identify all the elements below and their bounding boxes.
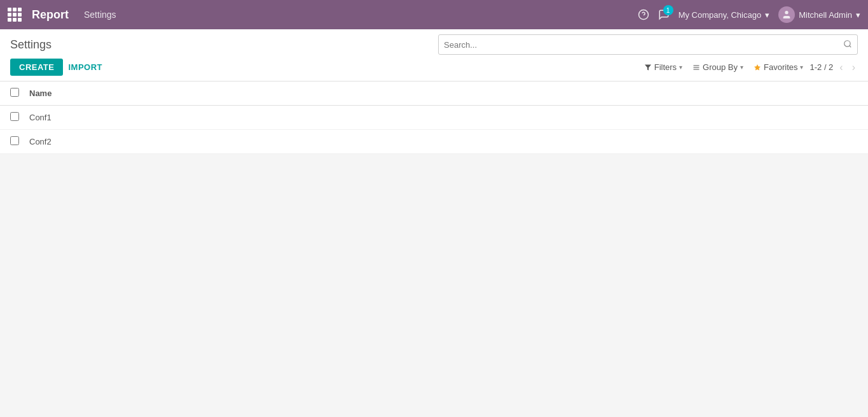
pagination: 1-2 / 2 ‹ › (809, 60, 858, 74)
favorites-label: Favorites (764, 62, 797, 72)
help-icon[interactable] (638, 9, 649, 20)
pagination-text: 1-2 / 2 (809, 62, 833, 72)
apps-icon[interactable] (8, 8, 22, 22)
pagination-prev[interactable]: ‹ (837, 60, 845, 74)
company-dropdown-arrow: ▾ (765, 10, 769, 20)
navbar-right: 1 My Company, Chicago ▾ Mitchell Admin ▾ (638, 6, 860, 23)
app-title: Report (32, 8, 69, 22)
filter-bar: Filters ▾ Group By ▾ Favorites ▾ (640, 60, 858, 74)
import-button[interactable]: IMPORT (68, 62, 102, 72)
groupby-label: Group By (703, 62, 738, 72)
row-checkbox-col (10, 136, 29, 147)
search-bar (438, 34, 858, 55)
table: Name Conf1 Conf2 (0, 81, 868, 154)
svg-point-2 (785, 11, 789, 14)
user-name: Mitchell Admin (799, 10, 852, 20)
row-1-checkbox[interactable] (10, 112, 19, 121)
sub-header: Settings CREATE IMPORT Filters ▾ (0, 29, 868, 81)
navbar-left: Report Settings (8, 7, 638, 22)
select-all-checkbox[interactable] (10, 88, 19, 97)
user-dropdown-arrow: ▾ (856, 10, 860, 20)
messages-icon[interactable]: 1 (658, 9, 670, 20)
pagination-next[interactable]: › (850, 60, 858, 74)
groupby-button[interactable]: Group By ▾ (689, 60, 747, 74)
row-2-name: Conf2 (29, 137, 858, 146)
filters-button[interactable]: Filters ▾ (640, 60, 686, 74)
row-checkbox-col (10, 112, 29, 123)
user-menu[interactable]: Mitchell Admin ▾ (778, 6, 860, 23)
search-icon[interactable] (843, 39, 852, 50)
notification-badge: 1 (663, 5, 673, 15)
svg-line-4 (850, 45, 851, 47)
empty-content-area (0, 154, 868, 417)
table-header: Name (0, 81, 868, 106)
action-row: CREATE IMPORT Filters ▾ Group By ▾ (10, 59, 858, 76)
svg-marker-5 (645, 64, 651, 70)
name-column-header: Name (29, 88, 858, 98)
header-checkbox-col (10, 88, 29, 99)
groupby-arrow: ▾ (740, 64, 743, 71)
svg-point-3 (844, 40, 850, 46)
svg-marker-9 (754, 64, 761, 71)
nav-settings[interactable]: Settings (79, 7, 121, 22)
user-avatar (778, 6, 795, 23)
favorites-button[interactable]: Favorites ▾ (750, 60, 807, 74)
navbar: Report Settings 1 My Company, Chicago ▾ (0, 0, 868, 29)
company-name: My Company, Chicago (679, 10, 762, 20)
page-title-row: Settings (10, 34, 858, 55)
table-row[interactable]: Conf2 (0, 130, 868, 154)
row-2-checkbox[interactable] (10, 136, 19, 145)
filters-label: Filters (654, 62, 677, 72)
table-row[interactable]: Conf1 (0, 106, 868, 130)
row-1-name: Conf1 (29, 113, 858, 122)
create-button[interactable]: CREATE (10, 59, 63, 76)
filters-arrow: ▾ (679, 64, 682, 71)
action-buttons: CREATE IMPORT (10, 59, 102, 76)
page-title: Settings (10, 38, 52, 52)
search-input[interactable] (444, 40, 843, 50)
favorites-arrow: ▾ (800, 64, 803, 71)
company-selector[interactable]: My Company, Chicago ▾ (679, 10, 770, 20)
